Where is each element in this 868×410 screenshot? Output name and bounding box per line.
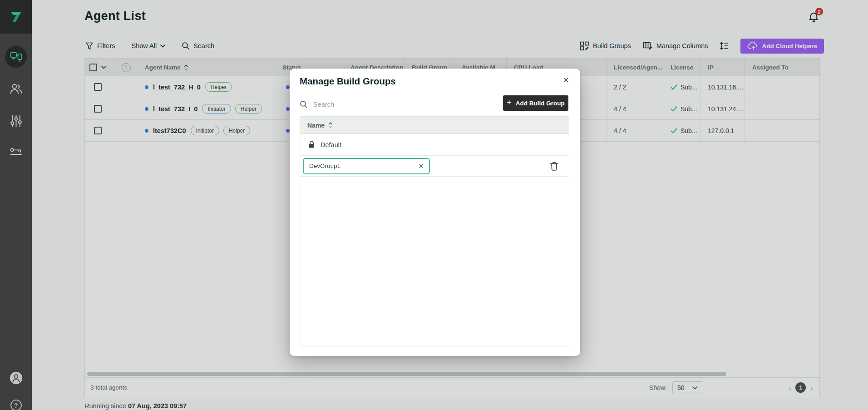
build-group-name-input[interactable] <box>304 163 418 169</box>
lock-icon <box>308 141 315 148</box>
add-build-group-button[interactable]: + Add Build Group <box>503 95 568 111</box>
clear-input-icon[interactable]: ✕ <box>418 162 424 170</box>
add-build-group-label: Add Build Group <box>516 100 565 107</box>
build-group-list-header[interactable]: Name <box>300 117 569 134</box>
trash-icon <box>550 161 558 171</box>
search-icon <box>300 100 308 109</box>
delete-build-group-button[interactable] <box>550 161 558 171</box>
build-group-name-input-box: ✕ <box>303 158 430 174</box>
search-input[interactable] <box>313 101 413 108</box>
build-group-name: Default <box>321 141 341 148</box>
modal-title: Manage Build Groups <box>300 76 396 87</box>
build-group-row-editing: ✕ <box>300 156 569 177</box>
sort-icon <box>328 122 333 128</box>
manage-build-groups-modal: Manage Build Groups ✕ + Add Build Group … <box>290 69 580 356</box>
build-group-search[interactable] <box>300 97 413 112</box>
build-group-list: Name Default ✕ <box>300 116 569 346</box>
build-group-row-default[interactable]: Default <box>300 134 569 156</box>
close-icon[interactable]: ✕ <box>560 74 572 86</box>
plus-icon: + <box>507 98 512 108</box>
